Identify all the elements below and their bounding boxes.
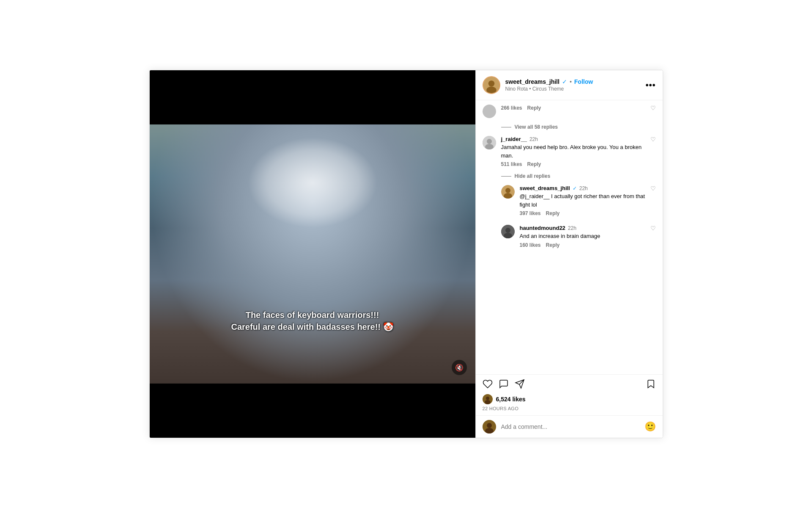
like-icon[interactable]: ♡ (650, 185, 656, 216)
comments-scroll-area[interactable]: 266 likes Reply ♡ View all 58 replies (476, 100, 663, 374)
dot-separator: • (570, 78, 572, 85)
comment-body: 266 likes Reply ♡ (501, 105, 656, 118)
author-username[interactable]: sweet_dreams_jhill (505, 78, 560, 85)
comment-meta: hauntedmound22 22h (520, 225, 645, 231)
verified-badge: ✓ (562, 78, 567, 85)
media-bottom-black (150, 384, 475, 438)
add-comment-row: 🙂 (476, 415, 663, 438)
comments-panel: sweet_dreams_jhill ✓ • Follow Nino Rota … (475, 70, 663, 438)
overlay-text: The faces of keyboard warriors!!! Carefu… (182, 309, 443, 333)
comment-body: j_raider__ 22h Jamahal you need help bro… (501, 136, 645, 167)
comment-reply-btn[interactable]: Reply (546, 210, 560, 216)
liker-avatar (483, 394, 493, 404)
comment-likes: 511 likes (501, 161, 522, 167)
comment-username[interactable]: j_raider__ (501, 136, 527, 142)
comment-avatar (483, 136, 496, 149)
music-separator: • (529, 86, 532, 92)
action-icons-row (476, 375, 663, 394)
verified-badge: ✓ (573, 185, 577, 191)
post-author-avatar[interactable] (483, 76, 500, 94)
svg-point-18 (487, 423, 492, 428)
comment-body: sweet_dreams_jhill ✓ 22h @j_raider__ I a… (520, 185, 645, 216)
comment-likes: 266 likes (501, 105, 522, 111)
like-button[interactable] (483, 379, 493, 392)
music-info: Nino Rota • Circus Theme (505, 86, 642, 92)
list-item: 266 likes Reply ♡ (476, 100, 663, 122)
comment-time: 22h (529, 136, 538, 142)
mute-icon: 🔇 (455, 364, 464, 372)
like-icon[interactable]: ♡ (650, 136, 656, 167)
hide-replies-label: Hide all replies (515, 173, 551, 179)
svg-point-7 (505, 188, 510, 193)
comment-actions: 160 likes Reply (520, 242, 645, 248)
comment-time: 22h (568, 225, 576, 231)
svg-point-1 (488, 80, 494, 86)
comment-button[interactable] (499, 379, 509, 392)
emoji-button[interactable]: 🙂 (645, 421, 656, 432)
like-icon[interactable]: ♡ (650, 105, 656, 111)
comment-time: 22h (579, 185, 588, 191)
comment-text: And an increase in brain damage (520, 232, 645, 240)
comment-text: @j_raider__ I actually got richer than e… (520, 192, 645, 209)
send-button[interactable] (515, 379, 525, 392)
like-icon[interactable]: ♡ (650, 225, 656, 248)
comment-actions: 511 likes Reply (501, 161, 645, 167)
comment-meta: sweet_dreams_jhill ✓ 22h (520, 185, 645, 191)
current-user-avatar (483, 420, 496, 433)
comment-reply-btn[interactable]: Reply (527, 105, 541, 111)
svg-point-16 (485, 400, 491, 404)
comment-avatar (501, 185, 515, 199)
list-item: j_raider__ 22h Jamahal you need help bro… (476, 132, 663, 171)
comment-reply-btn[interactable]: Reply (546, 242, 560, 248)
svg-point-15 (486, 397, 489, 400)
replies-line (501, 176, 511, 177)
comment-avatar (501, 225, 515, 238)
svg-point-10 (505, 228, 510, 233)
likes-count: 6,524 likes (496, 396, 526, 403)
more-options-button[interactable]: ••• (645, 80, 656, 90)
mute-button[interactable]: 🔇 (452, 360, 467, 375)
avatar-image (483, 77, 499, 93)
post-timestamp: 22 hours ago (476, 406, 663, 415)
view-all-replies[interactable]: View all 58 replies (476, 122, 663, 132)
comment-actions: 397 likes Reply (520, 210, 645, 216)
svg-point-4 (487, 139, 492, 144)
list-item: hauntedmound22 22h And an increase in br… (476, 221, 663, 252)
action-bar: 6,524 likes 22 hours ago 🙂 (476, 374, 663, 438)
username-row: sweet_dreams_jhill ✓ • Follow (505, 78, 642, 85)
music-track: Circus Theme (532, 86, 564, 92)
replies-line (501, 127, 511, 127)
media-top-black (150, 70, 475, 124)
comment-username[interactable]: sweet_dreams_jhill (520, 185, 570, 191)
post-header: sweet_dreams_jhill ✓ • Follow Nino Rota … (476, 70, 663, 100)
music-artist: Nino Rota (505, 86, 528, 92)
hide-all-replies[interactable]: Hide all replies (476, 171, 663, 181)
comment-likes: 397 likes (520, 210, 541, 216)
comment-body: hauntedmound22 22h And an increase in br… (520, 225, 645, 248)
follow-button[interactable]: Follow (574, 78, 593, 85)
comment-actions: 266 likes Reply ♡ (501, 105, 656, 111)
comment-avatar (483, 105, 496, 118)
bookmark-button[interactable] (646, 379, 656, 392)
comment-likes: 160 likes (520, 242, 541, 248)
comment-input[interactable] (501, 423, 645, 430)
post-image: The faces of keyboard warriors!!! Carefu… (150, 124, 475, 384)
comment-meta: j_raider__ 22h (501, 136, 645, 142)
comment-text: Jamahal you need help bro. Alex broke yo… (501, 143, 645, 160)
comment-username[interactable]: hauntedmound22 (520, 225, 565, 231)
media-panel: The faces of keyboard warriors!!! Carefu… (150, 70, 475, 438)
comment-reply-btn[interactable]: Reply (527, 161, 541, 167)
list-item: sweet_dreams_jhill ✓ 22h @j_raider__ I a… (476, 181, 663, 221)
view-replies-label: View all 58 replies (515, 124, 558, 130)
svg-point-2 (486, 87, 497, 94)
likes-row: 6,524 likes (476, 394, 663, 406)
header-info: sweet_dreams_jhill ✓ • Follow Nino Rota … (505, 78, 642, 92)
